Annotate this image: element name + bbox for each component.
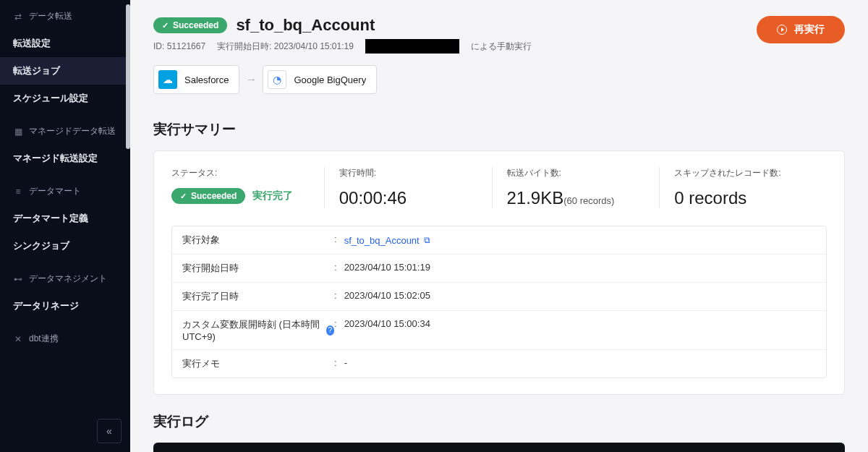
bytes-label: 転送バイト数: <box>507 167 645 179</box>
sidebar-item-transfer-job[interactable]: 転送ジョブ <box>0 57 130 85</box>
page-title: sf_to_bq_Account <box>236 16 375 35</box>
log-box[interactable]: 2023-04-10 06:00:35.970 +0000 Preparing … <box>153 443 845 452</box>
bigquery-icon: ◔ <box>268 70 286 89</box>
detail-row-start: 実行開始日時 : 2023/04/10 15:01:19 <box>172 254 826 282</box>
source-connector[interactable]: ☁ Salesforce <box>153 65 239 94</box>
sidebar-item-managed-settings[interactable]: マネージド転送設定 <box>0 145 130 172</box>
external-link-icon: ⧉ <box>424 235 430 245</box>
id-label: ID: 51121667 <box>153 41 205 51</box>
page-header: Succeeded sf_to_bq_Account <box>153 16 845 35</box>
transfer-icon: ⇄ <box>13 13 23 20</box>
status-label: ステータス: <box>171 167 310 179</box>
detail-row-memo: 実行メモ : - <box>172 349 826 378</box>
rerun-button[interactable]: 再実行 <box>757 16 845 43</box>
arrow-icon: → <box>245 73 257 86</box>
summary-status-badge: Succeeded <box>171 188 245 204</box>
sidebar-item-schedule[interactable]: スケジュール設定 <box>0 85 130 112</box>
help-icon[interactable]: ? <box>326 325 334 336</box>
target-link[interactable]: sf_to_bq_Account⧉ <box>344 234 430 247</box>
skipped-label: スキップされたレコード数: <box>674 167 812 179</box>
sidebar-header-dbt: ✕dbt連携 <box>0 333 130 352</box>
salesforce-icon: ☁ <box>158 70 177 89</box>
sidebar-item-transfer-settings[interactable]: 転送設定 <box>0 30 130 57</box>
duration-label: 実行時間: <box>339 167 477 179</box>
sidebar-header-datamgmt: ⊷データマネジメント <box>0 273 130 292</box>
log-title: 実行ログ <box>153 412 845 431</box>
play-icon <box>777 25 787 35</box>
detail-row-custom: カスタム変数展開時刻 (日本時間 UTC+9)? : 2023/04/10 15… <box>172 310 826 349</box>
sidebar-header-datamart: ≡データマート <box>0 185 130 205</box>
connector-row: ☁ Salesforce → ◔ Google BigQuery <box>153 65 845 94</box>
start-time: 実行開始日時: 2023/04/10 15:01:19 <box>217 40 354 53</box>
detail-row-end: 実行完了日時 : 2023/04/10 15:02:05 <box>172 282 826 310</box>
database-icon: ≡ <box>13 188 23 195</box>
lineage-icon: ⊷ <box>13 276 23 283</box>
collapse-sidebar-button[interactable]: « <box>97 419 122 443</box>
status-badge: Succeeded <box>153 17 227 33</box>
sidebar: ⇄データ転送 転送設定 転送ジョブ スケジュール設定 ▦マネージドデータ転送 マ… <box>0 0 130 452</box>
main-content: 再実行 Succeeded sf_to_bq_Account ID: 51121… <box>130 0 868 452</box>
managed-icon: ▦ <box>13 128 23 135</box>
summary-status-text: 実行完了 <box>252 189 293 202</box>
summary-card: ステータス: Succeeded 実行完了 実行時間: 00:00:46 転送バ… <box>153 150 845 395</box>
sidebar-item-sync-job[interactable]: シンクジョブ <box>0 232 130 260</box>
executor-redacted <box>365 39 459 54</box>
summary-title: 実行サマリー <box>153 120 845 139</box>
sidebar-header-managed: ▦マネージドデータ転送 <box>0 125 130 145</box>
skipped-value: 0 records <box>674 188 812 208</box>
bytes-value: 21.9KB(60 records) <box>507 188 645 208</box>
detail-table: 実行対象 : sf_to_bq_Account⧉ 実行開始日時 : 2023/0… <box>171 226 827 378</box>
detail-row-target: 実行対象 : sf_to_bq_Account⧉ <box>172 226 826 254</box>
sidebar-item-lineage[interactable]: データリネージ <box>0 292 130 320</box>
destination-connector[interactable]: ◔ Google BigQuery <box>263 65 377 94</box>
executor-suffix: による手動実行 <box>471 40 532 53</box>
duration-value: 00:00:46 <box>339 188 477 208</box>
sidebar-item-datamart-def[interactable]: データマート定義 <box>0 205 130 232</box>
sidebar-header-transfer: ⇄データ転送 <box>0 10 130 30</box>
meta-row: ID: 51121667 実行開始日時: 2023/04/10 15:01:19… <box>153 39 845 54</box>
dbt-icon: ✕ <box>13 336 23 343</box>
